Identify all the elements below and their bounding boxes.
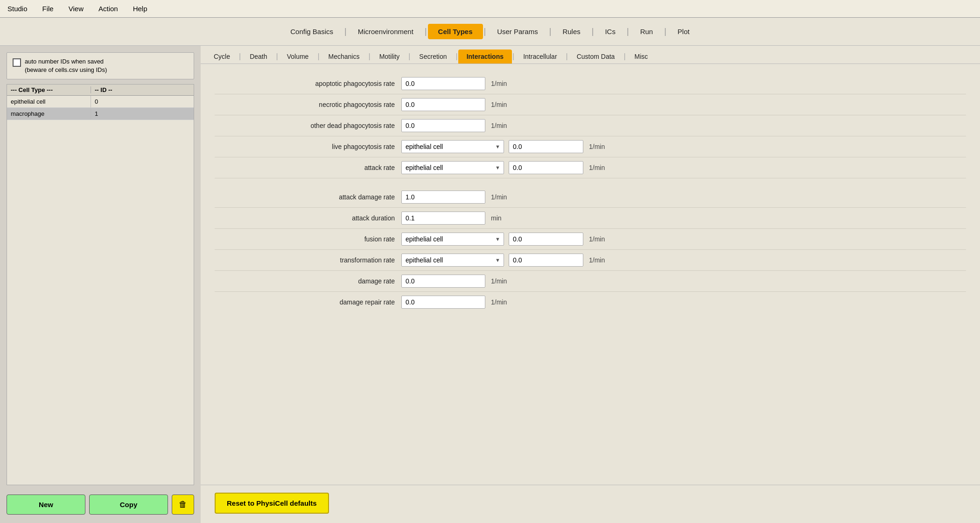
nav-sep-7: |	[663, 27, 667, 36]
row-other-dead-phagocytosis: other dead phagocytosis rate 1/min	[215, 115, 966, 136]
row-attack-rate: attack rate epithelial cell macrophage 1…	[215, 157, 966, 178]
cell-type-name-0: epithelial cell	[7, 96, 91, 107]
unit-attack-duration: min	[491, 214, 514, 222]
label-attack-rate: attack rate	[215, 164, 401, 171]
menubar: Studio File View Action Help	[0, 0, 980, 18]
input-damage-repair-rate[interactable]	[401, 296, 485, 309]
menu-help[interactable]: Help	[130, 4, 150, 14]
content-area: apoptotic phagocytosis rate 1/min necrot…	[201, 64, 980, 485]
tab-ics[interactable]: ICs	[595, 24, 626, 39]
tab-cell-types[interactable]: Cell Types	[428, 24, 483, 39]
label-apoptotic-phagocytosis: apoptotic phagocytosis rate	[215, 80, 401, 87]
tab-user-params[interactable]: User Params	[487, 24, 548, 39]
dropdown-fusion-rate[interactable]: epithelial cell macrophage	[401, 233, 504, 246]
unit-damage-rate: 1/min	[491, 277, 514, 285]
tab-config-basics[interactable]: Config Basics	[280, 24, 343, 39]
menu-action[interactable]: Action	[96, 4, 121, 14]
spacer-1	[215, 178, 966, 187]
left-panel: auto number IDs when saved (beware of ce…	[0, 46, 201, 523]
input-fusion-rate[interactable]	[509, 233, 583, 246]
nav-sep-1: |	[343, 27, 348, 36]
col-header-id: -- ID --	[91, 86, 112, 93]
auto-number-checkbox[interactable]	[13, 58, 21, 67]
nav-sep-4: |	[548, 27, 553, 36]
nav-sep-5: |	[591, 27, 595, 36]
row-attack-damage-rate: attack damage rate 1/min	[215, 187, 966, 208]
tab-intracellular[interactable]: Intracellular	[515, 49, 565, 64]
dropdown-wrapper-fusion: epithelial cell macrophage	[401, 233, 504, 246]
label-live-phagocytosis: live phagocytosis rate	[215, 143, 401, 150]
copy-button[interactable]: Copy	[89, 495, 168, 515]
input-apoptotic-phagocytosis[interactable]	[401, 77, 485, 90]
row-apoptotic-phagocytosis: apoptotic phagocytosis rate 1/min	[215, 73, 966, 94]
cell-type-row-1[interactable]: macrophage 1	[7, 108, 194, 120]
label-other-dead-phagocytosis: other dead phagocytosis rate	[215, 122, 401, 129]
reset-section: Reset to PhysiCell defaults	[201, 485, 980, 523]
tab-custom-data[interactable]: Custom Data	[568, 49, 623, 64]
right-panel: Cycle | Death | Volume | Mechanics | Mot…	[201, 46, 980, 523]
unit-other-dead-phagocytosis: 1/min	[491, 122, 514, 129]
cell-type-id-1: 1	[91, 108, 102, 120]
label-fusion-rate: fusion rate	[215, 235, 401, 243]
trash-icon: 🗑	[179, 500, 187, 509]
row-necrotic-phagocytosis: necrotic phagocytosis rate 1/min	[215, 94, 966, 115]
bottom-buttons: New Copy 🗑	[7, 490, 194, 516]
input-live-phagocytosis[interactable]	[509, 140, 583, 153]
tab-plot[interactable]: Plot	[667, 24, 700, 39]
nav-sep-6: |	[626, 27, 630, 36]
label-damage-rate: damage rate	[215, 277, 401, 285]
cell-type-row-0[interactable]: epithelial cell 0	[7, 96, 194, 108]
tab-mechanics[interactable]: Mechanics	[320, 49, 368, 64]
tab-interactions[interactable]: Interactions	[458, 49, 512, 64]
unit-damage-repair-rate: 1/min	[491, 298, 514, 306]
row-damage-repair-rate: damage repair rate 1/min	[215, 292, 966, 312]
reset-button[interactable]: Reset to PhysiCell defaults	[215, 493, 329, 514]
tab-volume[interactable]: Volume	[279, 49, 317, 64]
menu-studio[interactable]: Studio	[5, 4, 30, 14]
tab-microenvironment[interactable]: Microenvironment	[348, 24, 424, 39]
menu-view[interactable]: View	[66, 4, 86, 14]
dropdown-transformation-rate[interactable]: epithelial cell macrophage	[401, 254, 504, 267]
unit-necrotic-phagocytosis: 1/min	[491, 101, 514, 108]
label-attack-damage-rate: attack damage rate	[215, 193, 401, 201]
tab-death[interactable]: Death	[241, 49, 275, 64]
unit-transformation-rate: 1/min	[589, 256, 612, 264]
label-transformation-rate: transformation rate	[215, 256, 401, 264]
cell-type-id-0: 0	[91, 96, 102, 107]
tab-secretion[interactable]: Secretion	[411, 49, 455, 64]
tab-motility[interactable]: Motility	[371, 49, 408, 64]
auto-number-box: auto number IDs when saved (beware of ce…	[7, 52, 194, 79]
input-transformation-rate[interactable]	[509, 254, 583, 267]
dropdown-attack-rate[interactable]: epithelial cell macrophage	[401, 161, 504, 174]
auto-number-label: auto number IDs when saved (beware of ce…	[25, 57, 107, 74]
input-necrotic-phagocytosis[interactable]	[401, 98, 485, 111]
tab-run[interactable]: Run	[630, 24, 664, 39]
dropdown-wrapper-live-phagocytosis: epithelial cell macrophage	[401, 140, 504, 153]
unit-fusion-rate: 1/min	[589, 235, 612, 243]
cell-type-name-1: macrophage	[7, 108, 91, 120]
tab-rules[interactable]: Rules	[552, 24, 590, 39]
unit-apoptotic-phagocytosis: 1/min	[491, 80, 514, 87]
label-necrotic-phagocytosis: necrotic phagocytosis rate	[215, 101, 401, 108]
nav-sep-2: |	[424, 27, 428, 36]
sub-tabs: Cycle | Death | Volume | Mechanics | Mot…	[201, 46, 980, 64]
delete-button[interactable]: 🗑	[172, 495, 194, 515]
tab-cycle[interactable]: Cycle	[205, 49, 238, 64]
input-damage-rate[interactable]	[401, 275, 485, 288]
row-attack-duration: attack duration min	[215, 208, 966, 229]
input-attack-duration[interactable]	[401, 212, 485, 225]
row-damage-rate: damage rate 1/min	[215, 271, 966, 292]
dropdown-live-phagocytosis[interactable]: epithelial cell macrophage	[401, 140, 504, 153]
menu-file[interactable]: File	[40, 4, 56, 14]
new-button[interactable]: New	[7, 495, 85, 515]
row-fusion-rate: fusion rate epithelial cell macrophage 1…	[215, 229, 966, 250]
tab-misc[interactable]: Misc	[626, 49, 657, 64]
cell-type-header: --- Cell Type --- -- ID --	[7, 85, 194, 96]
top-nav: Config Basics | Microenvironment | Cell …	[0, 18, 980, 46]
input-other-dead-phagocytosis[interactable]	[401, 119, 485, 132]
unit-live-phagocytosis: 1/min	[589, 143, 612, 150]
nav-sep-3: |	[483, 27, 487, 36]
dropdown-wrapper-transformation: epithelial cell macrophage	[401, 254, 504, 267]
input-attack-rate[interactable]	[509, 161, 583, 174]
input-attack-damage-rate[interactable]	[401, 191, 485, 204]
